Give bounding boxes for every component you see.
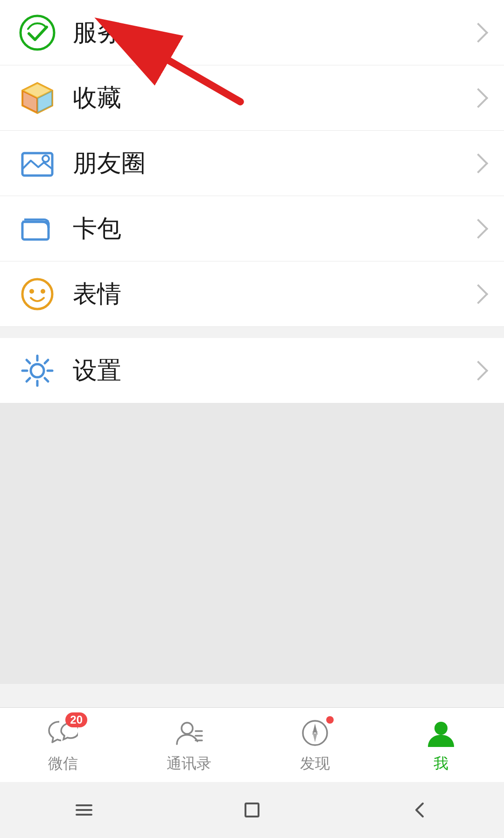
android-back-btn[interactable] bbox=[401, 796, 439, 824]
svg-line-18 bbox=[45, 378, 48, 381]
discover-icon bbox=[298, 716, 332, 750]
wallet-icon bbox=[19, 210, 56, 247]
wallet-label: 卡包 bbox=[73, 212, 471, 245]
svg-point-0 bbox=[21, 16, 54, 49]
contacts-icon bbox=[172, 716, 206, 750]
menu-item-settings[interactable]: 设置 bbox=[0, 338, 504, 403]
tab-discover[interactable]: 发现 bbox=[252, 708, 378, 782]
svg-line-17 bbox=[27, 360, 30, 363]
favorites-icon bbox=[19, 79, 56, 117]
menu-section-2: 设置 bbox=[0, 338, 504, 403]
svg-point-7 bbox=[42, 155, 49, 162]
stickers-label: 表情 bbox=[73, 278, 471, 310]
stickers-chevron bbox=[469, 284, 488, 303]
services-label: 服务 bbox=[73, 16, 471, 49]
menu-section-1: 服务 收藏 bbox=[0, 0, 504, 327]
menu-item-services[interactable]: 服务 bbox=[0, 0, 504, 65]
svg-rect-34 bbox=[245, 803, 259, 817]
android-home-btn[interactable] bbox=[233, 796, 271, 824]
wechat-icon: 20 bbox=[46, 716, 80, 750]
wechat-label: 微信 bbox=[48, 753, 78, 774]
menu-item-stickers[interactable]: 表情 bbox=[0, 261, 504, 327]
moments-label: 朋友圈 bbox=[73, 147, 471, 180]
gray-area bbox=[0, 403, 504, 684]
services-chevron bbox=[469, 22, 488, 42]
svg-point-11 bbox=[41, 289, 45, 294]
discover-dot bbox=[326, 716, 334, 724]
svg-point-10 bbox=[29, 289, 34, 294]
wechat-badge: 20 bbox=[65, 712, 87, 727]
settings-icon bbox=[19, 352, 56, 389]
tab-wechat[interactable]: 20 微信 bbox=[0, 708, 126, 782]
wallet-chevron bbox=[469, 218, 488, 238]
discover-label: 发现 bbox=[300, 753, 330, 774]
tab-me[interactable]: 我 bbox=[378, 708, 504, 782]
menu-item-wallet[interactable]: 卡包 bbox=[0, 196, 504, 261]
me-label: 我 bbox=[434, 753, 448, 774]
svg-point-23 bbox=[182, 723, 193, 734]
tab-contacts[interactable]: 通讯录 bbox=[126, 708, 252, 782]
moments-icon bbox=[19, 145, 56, 182]
svg-marker-29 bbox=[312, 731, 318, 742]
favorites-chevron bbox=[469, 88, 488, 107]
moments-chevron bbox=[469, 153, 488, 173]
settings-chevron bbox=[469, 360, 488, 380]
android-nav-bar bbox=[0, 782, 504, 838]
service-icon bbox=[19, 14, 56, 51]
svg-line-19 bbox=[45, 360, 48, 363]
svg-point-9 bbox=[22, 279, 52, 309]
settings-label: 设置 bbox=[73, 354, 471, 387]
contacts-label: 通讯录 bbox=[167, 753, 211, 774]
svg-line-20 bbox=[27, 378, 30, 381]
stickers-icon bbox=[19, 275, 56, 313]
menu-item-moments[interactable]: 朋友圈 bbox=[0, 131, 504, 196]
android-menu-btn[interactable] bbox=[65, 796, 103, 824]
section-divider bbox=[0, 327, 504, 338]
menu-item-favorites[interactable]: 收藏 bbox=[0, 65, 504, 131]
svg-rect-8 bbox=[22, 222, 49, 239]
favorites-label: 收藏 bbox=[73, 82, 471, 114]
svg-point-12 bbox=[31, 364, 44, 377]
me-icon bbox=[424, 716, 458, 750]
svg-point-30 bbox=[434, 722, 448, 735]
tab-bar: 20 微信 通讯录 发现 bbox=[0, 707, 504, 782]
